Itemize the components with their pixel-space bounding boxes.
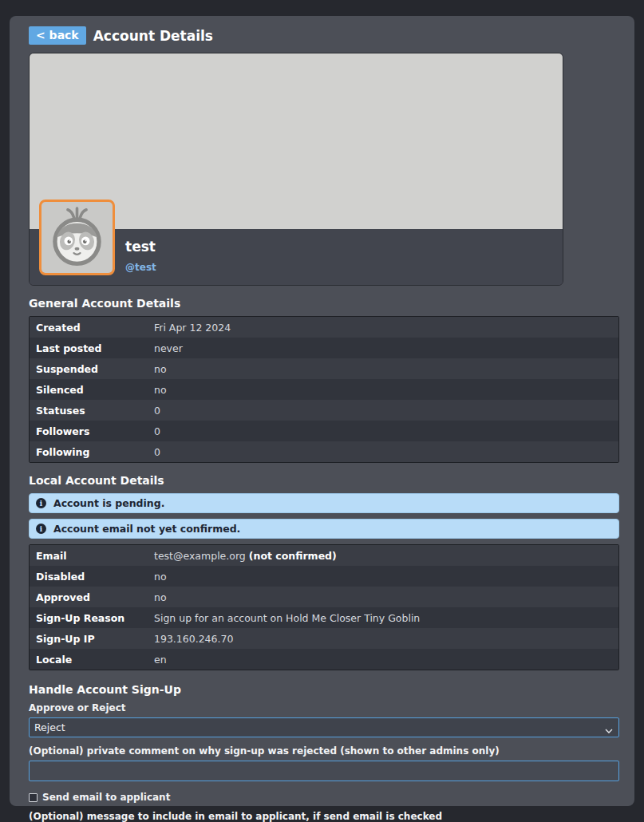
table-row: Suspended no [30,358,618,379]
table-row: Locale en [30,649,618,670]
row-label: Silenced [30,379,148,400]
row-label: Disabled [30,566,148,587]
username: @test [125,262,563,273]
notice-text: Account email not yet confirmed. [53,523,240,535]
table-row: Disabled no [30,566,618,587]
row-value: 0 [148,441,167,462]
signup-section-title: Handle Account Sign-Up [29,683,615,696]
profile-card: test @test [29,53,563,286]
notice-account-pending: i Account is pending. [29,493,619,513]
not-confirmed-flag: (not confirmed) [249,550,337,562]
private-comment-label: (Optional) private comment on why sign-u… [29,745,615,757]
approve-reject-select-wrap: Reject [29,717,619,737]
row-label: Locale [30,649,148,670]
row-value: 193.160.246.70 [148,628,239,649]
table-row: Statuses 0 [30,400,618,421]
local-details-table: Email test@example.org (not confirmed) D… [29,544,619,670]
approve-reject-label: Approve or Reject [29,702,615,713]
private-comment-input[interactable] [29,761,619,781]
row-value: no [148,566,173,587]
table-row: Created Fri Apr 12 2024 [30,317,618,338]
table-row: Silenced no [30,379,618,400]
table-row: Sign-Up IP 193.160.246.70 [30,628,618,649]
row-value: no [148,587,173,607]
row-value: 0 [148,400,167,421]
row-label: Email [30,545,148,566]
row-value: no [148,358,173,379]
row-label: Statuses [30,400,148,421]
notice-text: Account is pending. [53,497,164,509]
row-value: never [148,338,189,358]
header: < back Account Details [29,26,615,45]
display-name: test [125,239,563,255]
table-row: Last posted never [30,338,618,358]
page-title: Account Details [93,28,213,44]
table-row: Sign-Up Reason Sign up for an account on… [30,607,618,628]
row-value: no [148,379,173,400]
send-email-label: Send email to applicant [42,792,170,803]
row-label: Sign-Up IP [30,628,148,649]
sloth-avatar-icon [41,202,113,273]
row-label: Approved [30,587,148,607]
row-label: Created [30,317,148,338]
row-value: en [148,649,173,670]
row-label: Following [30,441,148,462]
approve-reject-select[interactable]: Reject [29,717,619,737]
table-row: Approved no [30,587,618,607]
general-details-title: General Account Details [29,297,615,310]
local-details-title: Local Account Details [29,474,615,487]
table-row: Following 0 [30,441,618,462]
account-details-panel: < back Account Details test @test [10,16,634,806]
row-label: Followers [30,421,148,441]
info-icon: i [36,498,46,508]
send-email-row: Send email to applicant [29,792,615,803]
row-value: 0 [148,421,167,441]
avatar [39,200,115,275]
row-label: Last posted [30,338,148,358]
table-row: Email test@example.org (not confirmed) [30,545,618,566]
row-label: Suspended [30,358,148,379]
row-label: Sign-Up Reason [30,607,148,628]
table-row: Followers 0 [30,421,618,441]
back-button[interactable]: < back [29,26,86,45]
email-message-label: (Optional) message to include in email t… [29,811,615,822]
info-icon: i [36,524,46,534]
send-email-checkbox[interactable] [29,793,38,802]
general-details-table: Created Fri Apr 12 2024 Last posted neve… [29,316,619,463]
row-value: test@example.org (not confirmed) [148,545,343,566]
row-value: Sign up for an account on Hold Me Closer… [148,607,426,628]
notice-email-unconfirmed: i Account email not yet confirmed. [29,519,619,539]
row-value: Fri Apr 12 2024 [148,317,237,338]
